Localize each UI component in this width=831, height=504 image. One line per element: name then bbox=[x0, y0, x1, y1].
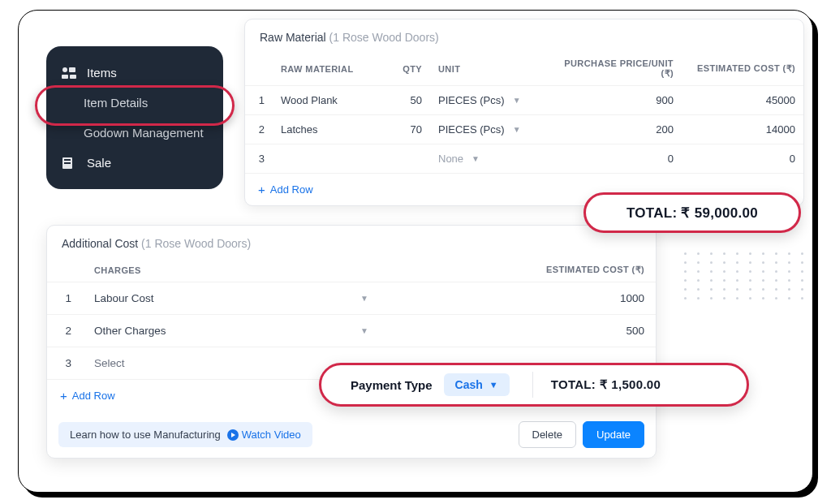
table-row[interactable]: 2 Latches 70 PIECES (Pcs)▼ 200 14000 bbox=[245, 115, 803, 144]
qty-cell[interactable] bbox=[373, 144, 430, 174]
unit-cell[interactable]: PIECES (Pcs)▼ bbox=[430, 115, 552, 144]
payment-type-label: Payment Type bbox=[351, 378, 433, 392]
play-icon bbox=[227, 429, 239, 441]
est-cell[interactable]: 500 bbox=[380, 315, 656, 347]
price-cell[interactable]: 900 bbox=[552, 86, 682, 115]
add-row-button[interactable]: + Add Row bbox=[47, 380, 128, 411]
chevron-down-icon: ▼ bbox=[360, 294, 368, 303]
learn-text: Learn how to use Manufacturing bbox=[70, 429, 221, 441]
est-cell: 14000 bbox=[682, 115, 803, 144]
charges-value: Labour Cost bbox=[94, 292, 154, 304]
delete-button[interactable]: Delete bbox=[519, 421, 577, 448]
app-canvas: Items Item Details Godown Management Sal… bbox=[18, 10, 813, 493]
divider bbox=[532, 372, 533, 398]
addc-subtitle: (1 Rose Wood Doors) bbox=[141, 237, 251, 250]
svg-rect-1 bbox=[69, 67, 75, 72]
price-cell[interactable]: 0 bbox=[552, 144, 682, 174]
sale-icon bbox=[61, 157, 77, 170]
raw-total-badge: TOTAL: ₹ 59,000.00 bbox=[583, 192, 801, 233]
payment-type-select[interactable]: Cash ▼ bbox=[444, 373, 510, 396]
sidebar-item-items[interactable]: Items bbox=[46, 58, 223, 88]
add-row-button[interactable]: + Add Row bbox=[245, 174, 326, 205]
table-row[interactable]: 2 Other Charges▼ 500 bbox=[47, 315, 656, 347]
sidebar-item-sale[interactable]: Sale bbox=[46, 148, 223, 178]
sidebar-item-godown[interactable]: Godown Management bbox=[46, 118, 223, 148]
decorative-dots bbox=[684, 252, 807, 299]
card-footer: Learn how to use Manufacturing Watch Vid… bbox=[47, 411, 656, 458]
col-material: RAW MATERIAL bbox=[273, 52, 373, 86]
raw-material-card: Raw Material (1 Rose Wood Doors) RAW MAT… bbox=[244, 19, 804, 206]
charges-value: Select bbox=[94, 357, 125, 369]
charges-cell[interactable]: Labour Cost▼ bbox=[83, 282, 380, 315]
payment-total-badge: Payment Type Cash ▼ TOTAL: ₹ 1,500.00 bbox=[319, 363, 749, 407]
sidebar-item-label: Sale bbox=[87, 156, 111, 170]
add-row-label: Add Row bbox=[72, 390, 115, 402]
raw-table: RAW MATERIAL QTY UNIT PURCHASE PRICE/UNI… bbox=[245, 52, 803, 174]
row-index: 1 bbox=[47, 282, 83, 315]
unit-cell[interactable]: None▼ bbox=[430, 144, 552, 174]
items-icon bbox=[61, 67, 77, 80]
material-cell[interactable] bbox=[273, 144, 373, 174]
charges-value: Other Charges bbox=[94, 325, 166, 337]
add-row-label: Add Row bbox=[270, 183, 313, 196]
learn-banner[interactable]: Learn how to use Manufacturing Watch Vid… bbox=[58, 422, 312, 447]
qty-cell[interactable]: 50 bbox=[373, 86, 430, 115]
row-index: 2 bbox=[245, 115, 273, 144]
est-cell: 0 bbox=[682, 144, 803, 174]
col-price: PURCHASE PRICE/UNIT (₹) bbox=[552, 52, 682, 86]
col-est: ESTIMATED COST (₹) bbox=[682, 52, 803, 86]
unit-value: PIECES (Pcs) bbox=[438, 123, 505, 136]
watch-video-link[interactable]: Watch Video bbox=[227, 429, 301, 441]
material-cell[interactable]: Wood Plank bbox=[273, 86, 373, 115]
qty-cell[interactable]: 70 bbox=[373, 115, 430, 144]
table-row[interactable]: 1 Wood Plank 50 PIECES (Pcs)▼ 900 45000 bbox=[245, 86, 803, 115]
sidebar: Items Item Details Godown Management Sal… bbox=[46, 46, 223, 189]
svg-rect-5 bbox=[64, 159, 71, 161]
sidebar-item-item-details[interactable]: Item Details bbox=[46, 88, 223, 118]
payment-total-text: TOTAL: ₹ 1,500.00 bbox=[551, 377, 661, 392]
svg-rect-3 bbox=[70, 75, 76, 79]
price-cell[interactable]: 200 bbox=[552, 115, 682, 144]
payment-value: Cash bbox=[455, 378, 483, 391]
raw-subtitle: (1 Rose Wood Doors) bbox=[329, 31, 439, 44]
addc-title: Additional Cost (1 Rose Wood Doors) bbox=[47, 226, 656, 258]
charges-cell[interactable]: Other Charges▼ bbox=[83, 315, 380, 347]
update-button[interactable]: Update bbox=[583, 421, 644, 448]
additional-cost-card: Additional Cost (1 Rose Wood Doors) CHAR… bbox=[46, 225, 657, 459]
svg-rect-6 bbox=[64, 162, 71, 164]
chevron-down-icon: ▼ bbox=[489, 380, 498, 390]
unit-value: PIECES (Pcs) bbox=[438, 94, 505, 106]
sidebar-item-label: Items bbox=[87, 66, 117, 80]
est-cell: 45000 bbox=[682, 86, 803, 115]
chevron-down-icon: ▼ bbox=[471, 154, 480, 163]
sidebar-item-label: Item Details bbox=[84, 96, 148, 110]
addc-table: CHARGES ESTIMATED COST (₹) 1 Labour Cost… bbox=[47, 258, 656, 380]
unit-value: None bbox=[438, 153, 463, 165]
plus-icon: + bbox=[60, 390, 67, 402]
sidebar-item-label: Godown Management bbox=[84, 126, 204, 140]
svg-rect-2 bbox=[62, 75, 68, 79]
table-row[interactable]: 3 None▼ 0 0 bbox=[245, 144, 803, 174]
watch-label: Watch Video bbox=[242, 429, 301, 441]
plus-icon: + bbox=[258, 183, 265, 196]
row-index: 1 bbox=[245, 86, 273, 115]
col-qty: QTY bbox=[373, 52, 430, 86]
raw-title-text: Raw Material bbox=[260, 31, 326, 44]
chevron-down-icon: ▼ bbox=[360, 326, 368, 335]
col-est: ESTIMATED COST (₹) bbox=[380, 258, 656, 282]
addc-title-text: Additional Cost bbox=[62, 237, 138, 250]
svg-point-0 bbox=[62, 67, 67, 72]
raw-total-text: TOTAL: ₹ 59,000.00 bbox=[626, 205, 758, 222]
col-unit: UNIT bbox=[430, 52, 552, 86]
row-index: 3 bbox=[245, 144, 273, 174]
material-cell[interactable]: Latches bbox=[273, 115, 373, 144]
chevron-down-icon: ▼ bbox=[513, 96, 521, 105]
col-charges: CHARGES bbox=[83, 258, 380, 282]
est-cell[interactable]: 1000 bbox=[380, 282, 656, 315]
row-index: 3 bbox=[47, 347, 83, 380]
raw-title: Raw Material (1 Rose Wood Doors) bbox=[245, 19, 803, 52]
chevron-down-icon: ▼ bbox=[513, 125, 521, 134]
unit-cell[interactable]: PIECES (Pcs)▼ bbox=[430, 86, 552, 115]
row-index: 2 bbox=[47, 315, 83, 347]
table-row[interactable]: 1 Labour Cost▼ 1000 bbox=[47, 282, 656, 315]
